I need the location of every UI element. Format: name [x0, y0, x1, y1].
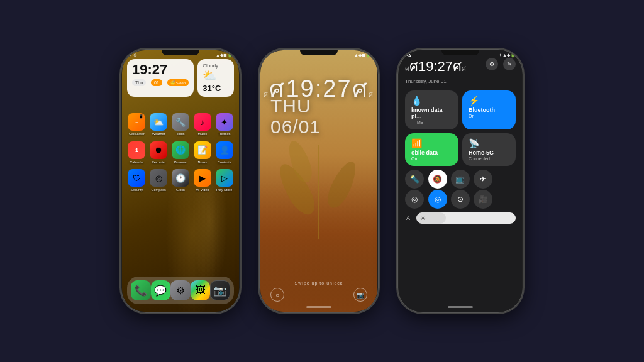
cc-time-block: ศศ19:27ศศ Thursday, June 01	[405, 55, 466, 84]
app-playstore[interactable]: ▷ Play Store	[214, 169, 234, 192]
home-indicator-cc	[448, 306, 473, 308]
lock-torch-btn[interactable]: ○	[270, 288, 284, 302]
focus-btn[interactable]: ⊙	[451, 190, 470, 209]
widget-clock[interactable]: 19:27 Thu 01 😴 Sleep	[127, 59, 194, 97]
music-icon: ♪	[194, 113, 211, 131]
lock-date: THU 06/01	[270, 96, 321, 137]
calculator-label: Calculator	[129, 132, 145, 136]
security-icon: 🛡	[128, 169, 145, 187]
phone-home: ✦ ⊕ ▲◆◼🔋 19:27 Thu 01 😴	[121, 49, 240, 313]
wifi-tile-icon: 📡	[469, 138, 509, 148]
data-tile-icon: 💧	[411, 96, 452, 106]
themes-icon: ✦	[216, 113, 233, 131]
tools-icon: 🔧	[172, 113, 189, 131]
cc-date: Thursday, June 01	[405, 79, 466, 84]
clock-label: Clock	[176, 188, 185, 192]
notch-cc	[441, 50, 479, 55]
app-grid: 📱 ÷ Calculator ⛅ Weather 🔧 Tools ♪ Music	[127, 113, 234, 192]
nfc-btn[interactable]: ◎	[405, 190, 424, 209]
dock-messages[interactable]: 💬	[151, 280, 171, 300]
app-music[interactable]: ♪ Music	[192, 113, 212, 136]
cc-header-icons: ⚙ ✎	[486, 58, 516, 70]
sleep-button[interactable]: 😴 Sleep	[167, 79, 189, 86]
calendar-icon: 1	[128, 141, 145, 159]
dock-settings[interactable]: ⚙	[170, 280, 191, 300]
calculator-icon: 📱 ÷	[128, 113, 145, 131]
app-tools[interactable]: 🔧 Tools	[171, 113, 191, 136]
data-tile-label: known data pl...	[411, 107, 452, 119]
video-label: Mi Video	[196, 188, 209, 192]
lock-date-num: 06/01	[270, 116, 321, 137]
airplane-btn[interactable]: ✈	[474, 170, 492, 189]
app-video[interactable]: ▶ Mi Video	[192, 169, 212, 192]
music-label: Music	[198, 132, 207, 136]
dock-camera[interactable]: 📷	[210, 280, 230, 300]
notes-icon: 📝	[194, 141, 211, 159]
video-record-btn[interactable]: 🎥	[474, 190, 492, 209]
brightness-icon: ☀	[420, 215, 426, 222]
screencast-btn[interactable]: 📺	[451, 170, 470, 189]
contacts-label: Contacts	[218, 160, 231, 165]
brightness-a-label: A	[405, 215, 411, 221]
cc-tile-mobile[interactable]: 📶 obile data On	[405, 133, 458, 166]
cc-user-label: EA	[405, 53, 411, 58]
dock-gallery[interactable]: 🖼	[191, 280, 211, 300]
cc-tile-wifi[interactable]: 📡 Home-5G Connected	[462, 133, 516, 166]
cc-tiles: 💧 known data pl... — MB ⚡ Bluetooth On 📶…	[405, 90, 516, 166]
themes-label: Themes	[218, 132, 231, 136]
recorder-label: Recorder	[152, 160, 166, 165]
app-weather[interactable]: ⛅ Weather	[149, 113, 169, 136]
compass-icon: ◎	[150, 169, 167, 187]
playstore-icon: ▷	[216, 169, 233, 187]
weather-app-label: Weather	[152, 132, 165, 136]
bluetooth-tile-sub: On	[469, 114, 509, 118]
cc-settings-icon[interactable]: ⚙	[486, 58, 498, 70]
widget-area: 19:27 Thu 01 😴 Sleep	[127, 59, 234, 97]
cc-edit-icon[interactable]: ✎	[503, 58, 516, 70]
compass-label: Compass	[152, 188, 166, 192]
lock-camera-btn[interactable]: 📷	[353, 288, 367, 302]
brightness-bar[interactable]: ☀	[416, 212, 516, 224]
app-themes[interactable]: ✦ Themes	[214, 113, 234, 136]
clock-day: Thu	[132, 79, 146, 86]
app-calculator[interactable]: 📱 ÷ Calculator	[127, 113, 147, 136]
clock-date: 01	[151, 79, 162, 86]
app-contacts[interactable]: 👤 Contacts	[214, 141, 234, 165]
notch	[162, 50, 199, 55]
weather-icon: ⛅	[203, 69, 229, 82]
bluetooth-tile-label: Bluetooth	[469, 107, 509, 113]
cc-tile-bluetooth[interactable]: ⚡ Bluetooth On	[462, 90, 516, 129]
app-browser[interactable]: 🌐 Browser	[171, 141, 191, 165]
phone-control: EA ✦▲◆🔋 ศศ19:27ศศ Thursday, June 01 ⚙ ✎	[397, 49, 523, 313]
clock-icon: 🕐	[172, 169, 189, 187]
app-security[interactable]: 🛡 Security	[127, 169, 147, 192]
dock-phone[interactable]: 📞	[131, 280, 151, 300]
browser-icon: 🌐	[172, 141, 189, 159]
home-indicator-lock	[306, 306, 331, 308]
app-recorder[interactable]: ⏺ Recorder	[149, 141, 169, 165]
video-icon: ▶	[194, 169, 211, 187]
notes-label: Notes	[198, 160, 207, 165]
weather-app-icon: ⛅	[150, 113, 167, 131]
calendar-label: Calendar	[130, 160, 143, 165]
app-clock[interactable]: 🕐 Clock	[171, 169, 191, 192]
cc-tile-data[interactable]: 💧 known data pl... — MB	[405, 90, 458, 129]
dnd-btn[interactable]: 🔕	[428, 170, 447, 189]
flashlight-btn[interactable]: 🔦	[405, 170, 424, 189]
mobile-tile-sub: On	[411, 156, 452, 161]
location-btn[interactable]: ◎	[428, 190, 447, 209]
app-calendar[interactable]: 1 Calendar	[127, 141, 147, 165]
widget-weather[interactable]: Cloudy ⛅ 31°C	[197, 59, 234, 97]
home-screen: ✦ ⊕ ▲◆◼🔋 19:27 Thu 01 😴	[122, 50, 239, 312]
lock-bottom: Swipe up to unlock ○ 📷	[260, 281, 377, 302]
weather-label: Cloudy	[203, 63, 229, 69]
lock-background: ▲◆◼🔋 ศศ19:27ศศ THU 06/01 Swipe up to unl…	[260, 50, 377, 312]
app-notes[interactable]: 📝 Notes	[192, 141, 212, 165]
control-background: EA ✦▲◆🔋 ศศ19:27ศศ Thursday, June 01 ⚙ ✎	[399, 50, 522, 312]
weather-temp: 31°C	[203, 84, 229, 93]
lock-screen: ▲◆◼🔋 ศศ19:27ศศ THU 06/01 Swipe up to unl…	[260, 50, 377, 312]
home-background: ✦ ⊕ ▲◆◼🔋 19:27 Thu 01 😴	[122, 50, 239, 312]
extra-btn[interactable]	[497, 170, 516, 189]
mobile-tile-label: obile data	[411, 150, 452, 156]
app-compass[interactable]: ◎ Compass	[149, 169, 169, 192]
